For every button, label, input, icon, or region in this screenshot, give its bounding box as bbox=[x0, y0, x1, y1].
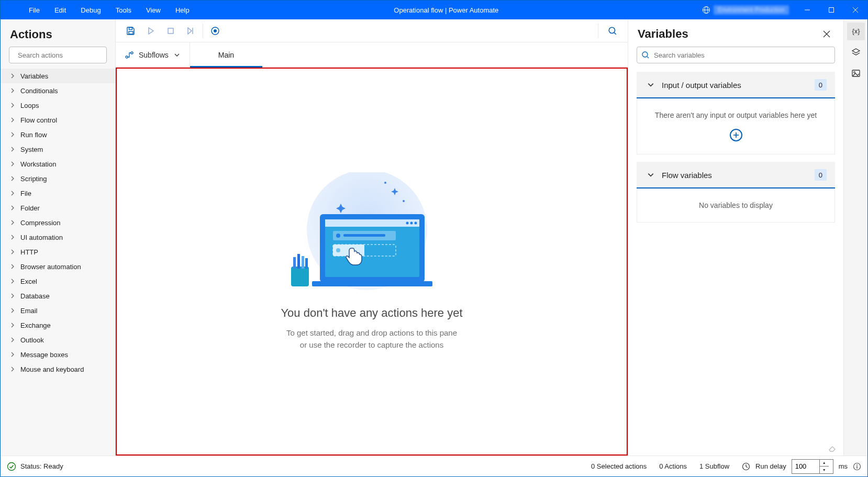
menu-tools[interactable]: Tools bbox=[108, 1, 139, 19]
action-category[interactable]: Outlook bbox=[1, 332, 115, 347]
maximize-button[interactable] bbox=[819, 1, 843, 19]
toolbar-divider bbox=[598, 24, 598, 38]
action-category[interactable]: Variables bbox=[1, 69, 115, 83]
subflows-dropdown[interactable]: Subflows bbox=[116, 42, 190, 67]
tab-main[interactable]: Main bbox=[190, 42, 262, 67]
io-variables-count: 0 bbox=[815, 79, 827, 91]
close-button[interactable] bbox=[843, 1, 867, 19]
actions-search-input[interactable] bbox=[18, 51, 106, 59]
action-category[interactable]: Message boxes bbox=[1, 347, 115, 362]
actions-count: 0 Actions bbox=[659, 462, 687, 470]
menu-edit[interactable]: Edit bbox=[47, 1, 73, 19]
svg-rect-59 bbox=[856, 466, 857, 469]
info-icon[interactable] bbox=[853, 462, 861, 471]
actions-list[interactable]: VariablesConditionalsLoopsFlow controlRu… bbox=[1, 69, 115, 456]
chevron-right-icon bbox=[10, 132, 15, 137]
minimize-button[interactable] bbox=[795, 1, 819, 19]
flow-variables-count: 0 bbox=[815, 169, 827, 181]
action-category-label: Excel bbox=[20, 278, 37, 285]
action-category-label: Exchange bbox=[20, 321, 51, 329]
action-category[interactable]: Email bbox=[1, 303, 115, 318]
rail-ui-elements-button[interactable] bbox=[847, 43, 865, 61]
step-up[interactable]: ▲ bbox=[820, 460, 829, 467]
action-category-label: Run flow bbox=[20, 131, 47, 139]
action-category[interactable]: Run flow bbox=[1, 127, 115, 142]
action-category[interactable]: Folder bbox=[1, 201, 115, 215]
flow-variables-header[interactable]: Flow variables 0 bbox=[637, 162, 835, 187]
save-button[interactable] bbox=[122, 22, 140, 40]
rail-images-button[interactable] bbox=[847, 64, 865, 82]
layers-icon bbox=[851, 48, 861, 57]
chevron-right-icon bbox=[10, 293, 15, 298]
actions-search[interactable] bbox=[9, 47, 107, 63]
chevron-right-icon bbox=[10, 249, 15, 254]
io-variables-header[interactable]: Input / output variables 0 bbox=[637, 72, 835, 97]
rail-variables-button[interactable]: {x} bbox=[847, 23, 865, 40]
action-category[interactable]: Exchange bbox=[1, 318, 115, 332]
stop-button[interactable] bbox=[162, 22, 180, 40]
action-category-label: Flow control bbox=[20, 116, 57, 124]
action-category[interactable]: Database bbox=[1, 289, 115, 303]
empty-state-illustration bbox=[281, 172, 453, 293]
step-down[interactable]: ▼ bbox=[820, 467, 829, 473]
action-category[interactable]: Browser automation bbox=[1, 259, 115, 274]
chevron-right-icon bbox=[10, 103, 15, 108]
action-category[interactable]: Workstation bbox=[1, 157, 115, 171]
action-category[interactable]: UI automation bbox=[1, 230, 115, 245]
action-category-label: Variables bbox=[20, 72, 48, 80]
action-category[interactable]: HTTP bbox=[1, 245, 115, 259]
svg-rect-10 bbox=[129, 27, 132, 29]
svg-rect-9 bbox=[129, 31, 133, 34]
svg-marker-52 bbox=[852, 49, 860, 53]
menu-help[interactable]: Help bbox=[168, 1, 197, 19]
recorder-button[interactable] bbox=[206, 22, 224, 40]
action-category-label: Conditionals bbox=[20, 87, 58, 95]
menu-view[interactable]: View bbox=[139, 1, 168, 19]
run-delay-stepper[interactable]: ▲ ▼ bbox=[819, 460, 829, 473]
svg-line-18 bbox=[614, 32, 616, 34]
menu-debug[interactable]: Debug bbox=[73, 1, 108, 19]
svg-point-32 bbox=[406, 222, 409, 225]
chevron-right-icon bbox=[10, 147, 15, 152]
chevron-right-icon bbox=[10, 352, 15, 357]
action-category[interactable]: Mouse and keyboard bbox=[1, 362, 115, 376]
chevron-down-icon bbox=[647, 81, 654, 88]
svg-point-17 bbox=[609, 27, 615, 33]
run-button[interactable] bbox=[142, 22, 160, 40]
braces-icon: {x} bbox=[851, 26, 861, 37]
chevron-right-icon bbox=[10, 279, 15, 284]
svg-rect-29 bbox=[325, 219, 419, 227]
action-category-label: Mouse and keyboard bbox=[20, 365, 84, 373]
environment-picker[interactable]: Environment Production bbox=[696, 1, 795, 19]
variables-search[interactable] bbox=[637, 47, 835, 63]
action-category[interactable]: Excel bbox=[1, 274, 115, 289]
empty-state: You don't have any actions here yet To g… bbox=[281, 172, 462, 351]
app-body: Actions VariablesConditionalsLoopsFlow c… bbox=[1, 19, 867, 456]
designer-canvas[interactable]: You don't have any actions here yet To g… bbox=[116, 68, 628, 456]
svg-line-48 bbox=[647, 57, 649, 58]
close-panel-button[interactable] bbox=[819, 27, 834, 41]
action-category[interactable]: Flow control bbox=[1, 113, 115, 127]
variables-search-input[interactable] bbox=[654, 51, 830, 59]
action-category[interactable]: System bbox=[1, 142, 115, 157]
action-category[interactable]: Compression bbox=[1, 215, 115, 230]
canvas-highlight: You don't have any actions here yet To g… bbox=[116, 68, 628, 456]
empty-title: You don't have any actions here yet bbox=[281, 306, 462, 320]
run-delay-unit: ms bbox=[839, 462, 848, 470]
chevron-right-icon bbox=[10, 205, 15, 210]
flow-variables-body: No variables to display bbox=[637, 188, 835, 223]
flow-variables-empty-text: No variables to display bbox=[642, 201, 829, 209]
action-category[interactable]: Loops bbox=[1, 98, 115, 113]
step-button[interactable] bbox=[182, 22, 199, 40]
clear-variables-button[interactable] bbox=[828, 443, 837, 452]
add-io-variable-button[interactable] bbox=[730, 129, 742, 141]
designer-toolbar bbox=[116, 19, 628, 42]
menu-file[interactable]: File bbox=[21, 1, 47, 19]
action-category[interactable]: Conditionals bbox=[1, 83, 115, 98]
search-actions-button[interactable] bbox=[604, 22, 621, 40]
flow-variables-title: Flow variables bbox=[662, 171, 807, 180]
action-category[interactable]: File bbox=[1, 186, 115, 201]
chevron-right-icon bbox=[10, 191, 15, 196]
run-delay-input[interactable] bbox=[792, 462, 819, 470]
action-category[interactable]: Scripting bbox=[1, 171, 115, 186]
